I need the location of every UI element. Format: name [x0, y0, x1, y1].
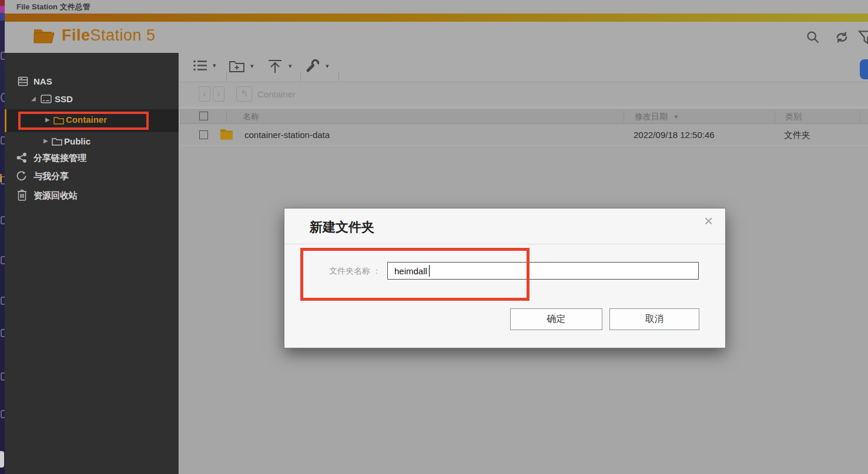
upload-icon: [267, 59, 283, 73]
window-title: File Station 文件总管: [16, 2, 91, 11]
sort-desc-icon: ▼: [673, 114, 679, 120]
folder-icon: [53, 116, 64, 125]
view-mode-button[interactable]: ▾: [193, 59, 216, 72]
upload-button[interactable]: ▾: [267, 59, 292, 73]
background-dock: [0, 0, 5, 474]
dialog-title: 新建文件夹: [310, 218, 374, 236]
window-titlebar: File Station 文件总管: [5, 0, 868, 14]
toolbar: ▾ ▾ ▾ ▾: [180, 53, 868, 82]
folder-logo-icon: [33, 27, 56, 45]
filter-funnel-icon[interactable]: [858, 29, 868, 48]
breadcrumb-bar: ‹ › ↰ Container: [180, 82, 868, 107]
breadcrumb-path: Container: [257, 89, 296, 99]
collapsed-triangle-icon[interactable]: ▶: [43, 137, 48, 144]
up-arrow-icon: ↰: [240, 89, 248, 99]
text-cursor: [429, 265, 430, 277]
folder-icon: [220, 129, 233, 140]
new-folder-icon: [229, 59, 245, 73]
forward-icon: ›: [217, 89, 220, 99]
ok-button[interactable]: 确定: [510, 308, 602, 330]
select-all-checkbox[interactable]: [199, 112, 208, 120]
dropdown-caret-icon: ▾: [213, 62, 216, 69]
new-folder-dialog: 新建文件夹 × 文件夹名称 ： 确定 取消: [284, 209, 725, 348]
sidebar-item-share-links[interactable]: 分享链接管理: [5, 150, 179, 166]
table-header: 名称 修改日期 ▼ 类别: [180, 108, 868, 124]
refresh-icon[interactable]: [834, 29, 850, 48]
collapsed-triangle-icon[interactable]: ▶: [45, 116, 50, 123]
close-icon[interactable]: ×: [704, 213, 713, 228]
sidebar-item-container[interactable]: ▶ Container: [5, 109, 179, 132]
dropdown-caret-icon: ▾: [250, 62, 254, 70]
create-folder-button[interactable]: ▾: [229, 59, 254, 73]
sidebar-item-label: NAS: [33, 76, 52, 86]
file-modified-date: 2022/09/18 12:50:46: [634, 130, 715, 140]
wrench-icon: [305, 59, 320, 73]
sidebar-item-recycle-bin[interactable]: 资源回收站: [5, 187, 179, 204]
cancel-button[interactable]: 取消: [609, 308, 699, 330]
shared-with-me-icon: [16, 171, 26, 181]
back-button[interactable]: ‹: [199, 86, 210, 102]
expanded-triangle-icon[interactable]: ◢: [31, 95, 36, 102]
folder-name-input-wrap: [387, 262, 699, 280]
sidebar-item-label: Public: [64, 136, 91, 146]
dropdown-caret-icon: ▾: [289, 62, 292, 70]
clipped-side-button[interactable]: [860, 59, 868, 79]
search-icon[interactable]: [805, 29, 821, 48]
sidebar-item-ssd[interactable]: ◢ SSD: [5, 92, 179, 107]
recycle-bin-icon: [17, 189, 27, 201]
dropdown-caret-icon: ▾: [326, 62, 329, 70]
sidebar-item-nas[interactable]: NAS: [5, 74, 179, 90]
back-icon: ‹: [203, 89, 206, 99]
folder-name-label: 文件夹名称 ：: [329, 266, 381, 277]
app-header: FileStation 5: [5, 22, 868, 53]
folder-name-input[interactable]: [387, 262, 699, 280]
forward-button[interactable]: ›: [213, 86, 224, 102]
folder-icon: [52, 137, 62, 146]
sidebar-item-shared-with-me[interactable]: 与我分享: [5, 169, 179, 184]
file-name: container-station-data: [244, 130, 330, 140]
drive-icon: [41, 95, 52, 103]
column-header-name[interactable]: 名称: [243, 112, 259, 122]
sidebar-item-label: 资源回收站: [33, 190, 78, 201]
list-view-icon: [193, 59, 207, 72]
row-checkbox[interactable]: [199, 130, 208, 139]
app-title: FileStation 5: [62, 26, 156, 45]
sidebar-item-label: 与我分享: [33, 171, 69, 182]
sidebar-item-label: 分享链接管理: [33, 153, 86, 164]
sidebar-item-public[interactable]: ▶ Public: [5, 134, 179, 150]
tools-button[interactable]: ▾: [305, 59, 329, 73]
column-header-modified[interactable]: 修改日期 ▼: [635, 112, 679, 122]
table-row[interactable]: container-station-data 2022/09/18 12:50:…: [180, 124, 868, 146]
filestation-logo: FileStation 5: [33, 26, 156, 45]
share-icon: [16, 153, 27, 163]
sidebar-item-label: SSD: [55, 94, 73, 104]
column-header-type[interactable]: 类别: [785, 112, 802, 122]
sidebar-item-label: Container: [66, 115, 107, 125]
nas-icon: [18, 76, 28, 86]
top-gradient-bar: [5, 14, 868, 22]
sidebar: NAS ◢ SSD ▶ Container ▶ Public: [5, 53, 179, 474]
file-type: 文件夹: [784, 130, 810, 141]
up-level-button[interactable]: ↰: [236, 86, 252, 102]
dialog-divider: [284, 244, 725, 244]
